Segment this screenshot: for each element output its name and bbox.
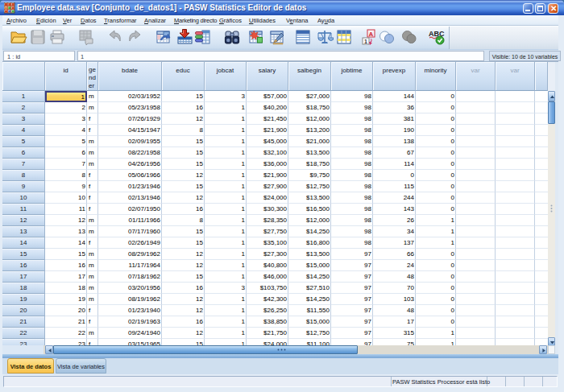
svg-text:1: 1 [364, 39, 367, 44]
svg-text:A: A [369, 31, 374, 38]
